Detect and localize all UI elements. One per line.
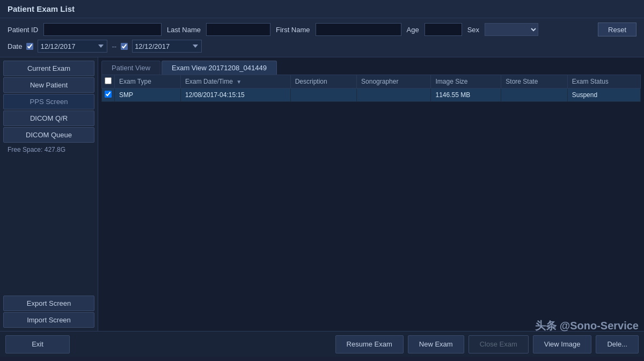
- table-cell: 12/08/2017-04:15:15: [181, 89, 291, 102]
- table-header-row: Exam Type Exam Date/Time ▼ Description S…: [102, 75, 641, 89]
- main-content: Current Exam New Patient PPS Screen DICO…: [0, 57, 644, 331]
- title-bar: Patient Exam List: [0, 0, 644, 18]
- search-row-2: Date 12/12/2017 -- 12/12/2017: [8, 40, 636, 53]
- exam-table: Exam Type Exam Date/Time ▼ Description S…: [101, 75, 641, 102]
- row-checkbox[interactable]: [105, 91, 112, 98]
- date-from-select[interactable]: 12/12/2017: [38, 40, 107, 53]
- sidebar-item-dicom-queue[interactable]: DICOM Queue: [3, 127, 94, 143]
- sidebar-item-pps-screen[interactable]: PPS Screen: [3, 94, 94, 109]
- col-sonographer: Sonographer: [357, 75, 431, 89]
- sex-select[interactable]: Male Female Other: [485, 23, 538, 36]
- search-area: Patient ID Last Name First Name Age Sex …: [0, 18, 644, 57]
- last-name-label: Last Name: [167, 26, 201, 34]
- tab-exam-view[interactable]: Exam View 20171208_041449: [162, 61, 277, 75]
- export-screen-button[interactable]: Export Screen: [3, 296, 94, 311]
- table-cell: [357, 89, 431, 102]
- sidebar-item-dicom-qr[interactable]: DICOM Q/R: [3, 110, 94, 126]
- app-title: Patient Exam List: [8, 4, 75, 13]
- sort-icon: ▼: [236, 79, 241, 85]
- date-label: Date: [8, 42, 22, 50]
- search-row-1: Patient ID Last Name First Name Age Sex …: [8, 23, 636, 36]
- tab-patient-view[interactable]: Patient View: [101, 61, 160, 75]
- age-input[interactable]: [425, 23, 462, 36]
- age-label: Age: [407, 26, 419, 34]
- table-cell: 1146.55 MB: [431, 89, 501, 102]
- table-cell: SMP: [115, 89, 181, 102]
- sidebar: Current Exam New Patient PPS Screen DICO…: [0, 57, 98, 331]
- last-name-input[interactable]: [206, 23, 270, 36]
- reset-button[interactable]: Reset: [598, 23, 636, 36]
- patient-id-input[interactable]: [43, 23, 162, 36]
- new-exam-button[interactable]: New Exam: [408, 335, 464, 353]
- sidebar-spacer: [3, 157, 94, 294]
- close-exam-button[interactable]: Close Exam: [469, 335, 529, 353]
- table-body: SMP12/08/2017-04:15:151146.55 MBSuspend: [102, 89, 641, 102]
- table-cell: [290, 89, 356, 102]
- first-name-label: First Name: [276, 26, 310, 34]
- patient-id-label: Patient ID: [8, 26, 38, 34]
- row-checkbox-cell: [102, 89, 115, 102]
- table-area: Patient View Exam View 20171208_041449 E…: [98, 57, 644, 331]
- col-checkbox: [102, 75, 115, 89]
- exit-button[interactable]: Exit: [5, 335, 70, 353]
- free-space-label: Free Space: 427.8G: [3, 144, 94, 156]
- sex-label: Sex: [467, 26, 479, 34]
- col-description: Description: [290, 75, 356, 89]
- table-cell: [501, 89, 567, 102]
- date-to-checkbox[interactable]: [121, 43, 128, 50]
- bottom-bar: Exit Resume Exam New Exam Close Exam Vie…: [0, 331, 644, 357]
- first-name-input[interactable]: [316, 23, 401, 36]
- view-image-button[interactable]: View Image: [533, 335, 592, 353]
- date-to-select[interactable]: 12/12/2017: [132, 40, 202, 53]
- col-exam-type: Exam Type: [115, 75, 181, 89]
- sidebar-item-new-patient[interactable]: New Patient: [3, 77, 94, 93]
- delete-button[interactable]: Dele...: [596, 335, 639, 353]
- table-row[interactable]: SMP12/08/2017-04:15:151146.55 MBSuspend: [102, 89, 641, 102]
- select-all-checkbox[interactable]: [105, 77, 112, 84]
- date-from-checkbox[interactable]: [26, 43, 33, 50]
- date-dash: --: [112, 42, 116, 50]
- tab-bar: Patient View Exam View 20171208_041449: [101, 61, 641, 75]
- table-cell: Suspend: [567, 89, 640, 102]
- col-exam-status: Exam Status: [567, 75, 640, 89]
- import-screen-button[interactable]: Import Screen: [3, 312, 94, 328]
- sidebar-item-current-exam[interactable]: Current Exam: [3, 61, 94, 76]
- col-store-state: Store State: [501, 75, 567, 89]
- col-exam-datetime: Exam Date/Time ▼: [181, 75, 291, 89]
- resume-exam-button[interactable]: Resume Exam: [335, 335, 404, 353]
- col-image-size: Image Size: [431, 75, 501, 89]
